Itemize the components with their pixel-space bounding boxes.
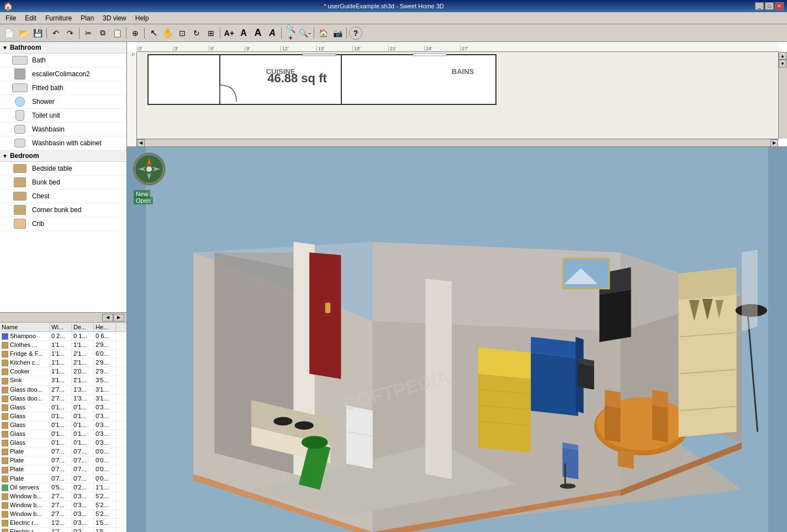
text-large-button[interactable]: A bbox=[251, 27, 265, 40]
row-width: 0 2... bbox=[50, 332, 72, 340]
category-bedroom[interactable]: ▼ Bedroom bbox=[0, 150, 126, 162]
item-escalier[interactable]: escalierColimacon2 bbox=[0, 67, 126, 81]
table-row[interactable]: Plate 0'7... 0'7... 0'0... bbox=[0, 447, 126, 456]
item-fitted-bath[interactable]: Fitted bath bbox=[0, 81, 126, 95]
undo-button[interactable]: ↶ bbox=[49, 27, 62, 40]
item-shower[interactable]: Shower bbox=[0, 95, 126, 109]
item-crib[interactable]: Crib bbox=[0, 217, 126, 231]
sidebar-scroll-left[interactable]: ◀ bbox=[102, 314, 113, 322]
table-row[interactable]: Glass 0'1... 0'1... 0'3... bbox=[0, 421, 126, 430]
close-button[interactable]: ✕ bbox=[775, 2, 784, 10]
table-row[interactable]: Plate 0'7... 0'7... 0'0... bbox=[0, 475, 126, 483]
row-width: 0'1... bbox=[50, 403, 72, 412]
menu-help[interactable]: Help bbox=[132, 13, 152, 23]
zoom-out-button[interactable]: 🔍- bbox=[298, 27, 311, 40]
add-furniture-button[interactable]: ⊕ bbox=[129, 27, 142, 40]
floor-plan-area[interactable]: 0' 3' 6' 9' 12' 15' 18' 21' 24' 27' 5' bbox=[127, 42, 787, 147]
col-depth: De... bbox=[72, 323, 94, 331]
menu-edit[interactable]: Edit bbox=[22, 13, 40, 23]
table-row[interactable]: Sink 3'1... 2'1... 3'5... bbox=[0, 376, 126, 385]
compass-widget[interactable] bbox=[133, 152, 166, 186]
row-depth: 1'1... bbox=[72, 341, 94, 349]
plan-hscroll[interactable]: ◀ ▶ bbox=[137, 139, 778, 146]
text-style-button[interactable]: A bbox=[237, 27, 250, 40]
item-bath[interactable]: Bath bbox=[0, 54, 126, 67]
plan-vscroll[interactable]: ▲ ▼ bbox=[778, 52, 787, 139]
minimize-button[interactable]: _ bbox=[755, 2, 764, 10]
new-button[interactable]: 📄 bbox=[2, 27, 15, 40]
item-washbasin[interactable]: Washbasin bbox=[0, 123, 126, 136]
row-height: 0'0... bbox=[94, 475, 116, 483]
copy-button[interactable]: ⧉ bbox=[96, 27, 109, 40]
select-tool[interactable]: ↖ bbox=[147, 27, 160, 40]
sidebar-scroll-right[interactable]: ▶ bbox=[113, 314, 124, 322]
row-depth: 2'1... bbox=[72, 350, 94, 358]
item-washbasin-cabinet[interactable]: Washbasin with cabinet bbox=[0, 136, 126, 150]
main-area: ▼ Bathroom Bath escalierColimacon2 Fitte… bbox=[0, 42, 787, 532]
table-row[interactable]: Glass 0'1... 0'1... 0'3... bbox=[0, 439, 126, 447]
table-row[interactable]: Glass 0'1... 0'1... 0'3... bbox=[0, 412, 126, 421]
table-row[interactable]: Electric r... 1'2... 0'3... 1'5... bbox=[0, 519, 126, 528]
item-corner-bunk[interactable]: Corner bunk bed bbox=[0, 203, 126, 217]
plan-scroll-right[interactable]: ▶ bbox=[770, 139, 778, 147]
item-toilet[interactable]: Toilet unit bbox=[0, 109, 126, 123]
menu-furniture[interactable]: Furniture bbox=[42, 13, 75, 23]
table-row[interactable]: Plate 0'7... 0'7... 0'0... bbox=[0, 465, 126, 474]
view-home-button[interactable]: 🏠 bbox=[316, 27, 330, 40]
menu-plan[interactable]: Plan bbox=[77, 13, 97, 23]
table-row[interactable]: Oil servers 0'5... 0'2... 1'1... bbox=[0, 483, 126, 492]
window-controls[interactable]: _ □ ✕ bbox=[755, 2, 784, 10]
cut-button[interactable]: ✂ bbox=[82, 27, 95, 40]
row-height: 1'5... bbox=[94, 519, 116, 527]
zoom-in-button[interactable]: 🔍+ bbox=[284, 27, 297, 40]
3d-view[interactable]: SOFTPEDIA New Open bbox=[127, 147, 787, 532]
zoom-plan-tool[interactable]: ⊡ bbox=[176, 27, 189, 40]
table-row[interactable]: Shampoo 0 2... 0 1... 0 6... bbox=[0, 332, 126, 341]
item-bunk-bed[interactable]: Bunk bed bbox=[0, 176, 126, 189]
table-row[interactable]: Glass doo... 2'7... 1'3... 3'1... bbox=[0, 386, 126, 394]
plan-scroll-down[interactable]: ▼ bbox=[779, 60, 786, 67]
menu-3dview[interactable]: 3D view bbox=[99, 13, 130, 23]
table-row[interactable]: Window b... 2'7... 0'3... 5'2... bbox=[0, 501, 126, 510]
row-height: 2'9... bbox=[94, 341, 116, 349]
svg-marker-64 bbox=[578, 363, 594, 389]
row-name: Window b... bbox=[0, 510, 50, 518]
pan-tool[interactable]: ✋ bbox=[161, 27, 175, 40]
snapshot-button[interactable]: 📷 bbox=[331, 27, 344, 40]
table-row[interactable]: Window b... 2'7... 0'3... 5'2... bbox=[0, 510, 126, 519]
svg-marker-40 bbox=[478, 347, 531, 379]
maximize-button[interactable]: □ bbox=[765, 2, 774, 10]
table-row[interactable]: Cooker 1'1... 2'0... 2'9... bbox=[0, 367, 126, 376]
redo-button[interactable]: ↷ bbox=[64, 27, 77, 40]
table-row[interactable]: Glass doo... 2'7... 1'3... 3'1... bbox=[0, 394, 126, 403]
plan-scroll-left[interactable]: ◀ bbox=[137, 139, 145, 147]
table-row[interactable]: Electric r... 1'2... 0'3... 1'5... bbox=[0, 528, 126, 532]
duplicate-tool[interactable]: ⊞ bbox=[204, 27, 218, 40]
open-button[interactable]: 📂 bbox=[17, 27, 30, 40]
table-row[interactable]: Glass 0'1... 0'1... 0'3... bbox=[0, 430, 126, 439]
text-add-button[interactable]: A+ bbox=[223, 27, 236, 40]
table-row[interactable]: Plate 0'7... 0'7... 0'0... bbox=[0, 456, 126, 465]
row-height: 3'5... bbox=[94, 376, 116, 384]
item-chest[interactable]: Chest bbox=[0, 189, 126, 203]
item-bedside-table[interactable]: Bedside table bbox=[0, 162, 126, 176]
title-app-icon: 🏠 bbox=[3, 2, 13, 10]
table-row[interactable]: Kitchen c... 1'1... 2'1... 2'9... bbox=[0, 359, 126, 367]
svg-text:CUISINE: CUISINE bbox=[266, 67, 295, 76]
crib-icon bbox=[11, 218, 29, 229]
help-button[interactable]: ? bbox=[349, 27, 362, 40]
save-button[interactable]: 💾 bbox=[31, 27, 44, 40]
table-row[interactable]: Window b... 2'7... 0'3... 5'2... bbox=[0, 492, 126, 501]
rotate-tool[interactable]: ↻ bbox=[190, 27, 203, 40]
paste-button[interactable]: 📋 bbox=[110, 27, 124, 40]
category-bathroom[interactable]: ▼ Bathroom bbox=[0, 42, 126, 54]
item-bunk-bed-label: Bunk bed bbox=[32, 178, 60, 186]
table-row[interactable]: Clothes ... 1'1... 1'1... 2'9... bbox=[0, 341, 126, 350]
row-width: 1'1... bbox=[50, 341, 72, 349]
floor-plan-canvas[interactable]: 46.88 sq ft CUISINE BAINS bbox=[137, 52, 778, 146]
menu-file[interactable]: File bbox=[2, 13, 19, 23]
plan-scroll-up[interactable]: ▲ bbox=[779, 52, 786, 60]
text-italic-button[interactable]: A bbox=[266, 27, 279, 40]
table-row[interactable]: Fridge & F... 1'1... 2'1... 6'0... bbox=[0, 350, 126, 359]
table-row[interactable]: Glass 0'1... 0'1... 0'3... bbox=[0, 403, 126, 412]
